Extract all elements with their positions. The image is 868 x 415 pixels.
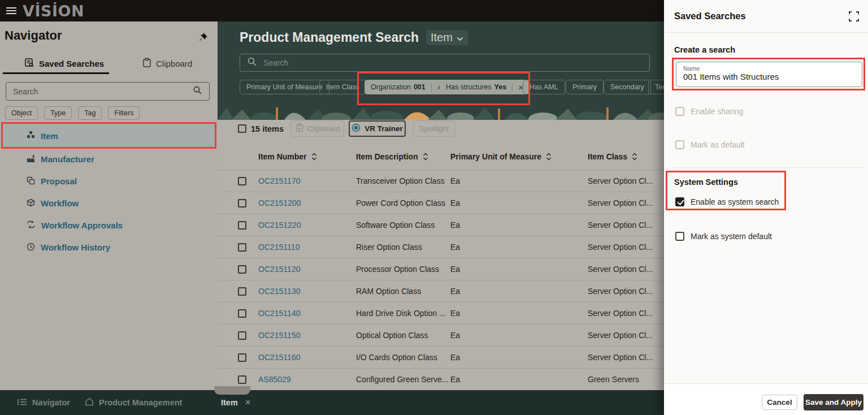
close-tab-icon[interactable]: × (245, 397, 251, 408)
item-number-link[interactable]: OC2151170 (258, 176, 356, 185)
sidebar-item-proposal[interactable]: Proposal (2, 170, 216, 192)
divider (674, 167, 862, 168)
mark-as-default-checkbox[interactable]: Mark as default (675, 140, 745, 149)
item-number-link[interactable]: OC2151160 (258, 353, 356, 362)
drawer-footer: Cancel Save and Apply (664, 383, 868, 415)
bottombar-navigator[interactable]: Navigator (18, 390, 70, 415)
table-row: OC2151140 Hard Drive Disk Option ... Ea … (218, 302, 664, 324)
row-checkbox[interactable] (238, 177, 246, 185)
table-row: OC2151170 Transceiver Option Class Ea Se… (218, 170, 664, 192)
row-checkbox[interactable] (238, 221, 246, 230)
chip-has-structures[interactable]: Has structures Yes × (440, 80, 530, 94)
enable-system-search-checkbox[interactable]: Enable as system search (675, 197, 779, 206)
item-number-link[interactable]: OC2151200 (258, 198, 356, 208)
bottombar-product-management[interactable]: Product Management (85, 390, 182, 415)
banner-illustration (218, 105, 664, 120)
search-icon (193, 85, 202, 97)
application-window: VİSİON Navigator Saved Searches (0, 0, 868, 415)
page-title: Product Management Search (240, 30, 419, 45)
navigator-title: Navigator (5, 28, 62, 43)
active-tab-connector (214, 386, 250, 395)
item-number-link[interactable]: OC2151120 (258, 265, 356, 274)
clipboard-icon (142, 58, 151, 70)
column-item-description[interactable]: Item Description (356, 152, 450, 161)
save-and-apply-button[interactable]: Save and Apply (804, 394, 863, 410)
sidebar-item-workflow-history[interactable]: Workflow History (2, 236, 216, 258)
pin-icon[interactable] (197, 32, 209, 43)
sidebar-search-input[interactable] (13, 87, 193, 96)
filter-tag-button[interactable]: Tag (78, 106, 102, 120)
hamburger-menu-icon[interactable] (6, 7, 16, 15)
column-primary-unit-of-measure[interactable]: Primary Unit of Measure (450, 152, 588, 161)
navigator-rail-icon (18, 398, 27, 408)
item-icon (27, 131, 35, 141)
chip-has-aml[interactable]: Has AML (523, 80, 565, 94)
item-count: 15 items (251, 124, 284, 133)
main-search-input[interactable] (263, 58, 643, 67)
item-number-link[interactable]: OC2151220 (258, 221, 356, 230)
row-checkbox[interactable] (238, 309, 246, 318)
row-checkbox[interactable] (238, 199, 246, 208)
spotlight-button[interactable]: Spotlight (413, 120, 455, 137)
item-number-link[interactable]: OC2151150 (258, 331, 356, 340)
sidebar-item-workflow-approvals[interactable]: Workflow Approvals (2, 214, 216, 236)
enable-sharing-checkbox[interactable]: Enable sharing (675, 107, 743, 116)
sidebar-filter-buttons: Object Type Tag Filters (5, 106, 140, 120)
column-item-class[interactable]: Item Class (588, 152, 664, 161)
row-checkbox[interactable] (238, 265, 246, 274)
row-checkbox[interactable] (238, 243, 246, 252)
checkbox-checked-icon (675, 197, 684, 206)
column-item-number[interactable]: Item Number (258, 152, 356, 161)
checkbox-icon (675, 232, 684, 241)
proposal-icon (27, 176, 35, 187)
item-number-link[interactable]: OC2151140 (258, 309, 356, 318)
saved-searches-drawer: Saved Searches Create a search Name Enab… (664, 0, 868, 415)
clipboard-add-icon (296, 123, 303, 134)
select-all-checkbox[interactable] (238, 124, 246, 133)
chip-primary[interactable]: Primary (566, 80, 604, 94)
tab-saved-searches[interactable]: Saved Searches (24, 58, 104, 70)
navigator-panel: Navigator Saved Searches Clipboard (0, 21, 218, 390)
chip-tertiary[interactable]: Tertiary (648, 80, 664, 94)
tab-clipboard[interactable]: Clipboard (142, 58, 192, 70)
filter-filters-button[interactable]: Filters (108, 106, 140, 120)
mark-system-default-checkbox[interactable]: Mark as system default (675, 232, 772, 241)
chip-secondary[interactable]: Secondary (604, 80, 651, 94)
home-icon (85, 397, 94, 408)
checkbox-icon (675, 107, 684, 116)
vision-logo: VİSİON (23, 3, 84, 19)
row-checkbox[interactable] (238, 375, 246, 384)
name-input[interactable] (683, 72, 855, 81)
sort-icon (632, 153, 637, 161)
table-row: OC2151150 Optical Option Class Ea Server… (218, 324, 664, 346)
sort-icon (546, 153, 552, 161)
chip-item-class[interactable]: Item Class (319, 80, 366, 94)
expand-icon[interactable] (849, 11, 859, 21)
filter-object-button[interactable]: Object (5, 106, 38, 120)
row-checkbox[interactable] (238, 287, 246, 296)
chip-primary-unit-of-measure[interactable]: Primary Unit of Measure (240, 80, 329, 94)
sidebar-item-workflow[interactable]: Workflow (2, 192, 216, 214)
item-number-link[interactable]: OC2151130 (258, 287, 356, 296)
table-header: Item Number Item Description Primary Uni… (218, 146, 664, 167)
cancel-button[interactable]: Cancel (762, 395, 797, 410)
scope-selector[interactable]: Item (426, 30, 468, 45)
manufacturer-icon (27, 154, 35, 165)
main-search-box (240, 54, 650, 72)
filter-type-button[interactable]: Type (44, 106, 72, 120)
item-number-link[interactable]: OC2151110 (258, 243, 356, 252)
checkbox-icon (675, 140, 684, 149)
saved-searches-icon (24, 58, 34, 70)
table-row: OC2151130 RAM Option Class Ea Server Opt… (218, 280, 664, 302)
sidebar-item-manufacturer[interactable]: Manufacturer (2, 148, 216, 170)
row-checkbox[interactable] (238, 331, 246, 340)
vr-trainer-button[interactable]: VR Trainer (349, 120, 406, 137)
row-checkbox[interactable] (238, 353, 246, 362)
table-row: AS85029 Configured Green Serve... Ea Gre… (218, 368, 664, 390)
sidebar-item-item[interactable]: Item (2, 123, 216, 148)
item-number-link[interactable]: AS85029 (258, 375, 356, 384)
sort-icon (311, 153, 317, 161)
chip-organization[interactable]: Organization 001 × (364, 80, 449, 94)
search-icon (247, 57, 257, 69)
clipboard-button[interactable]: Clipboard (291, 120, 344, 137)
